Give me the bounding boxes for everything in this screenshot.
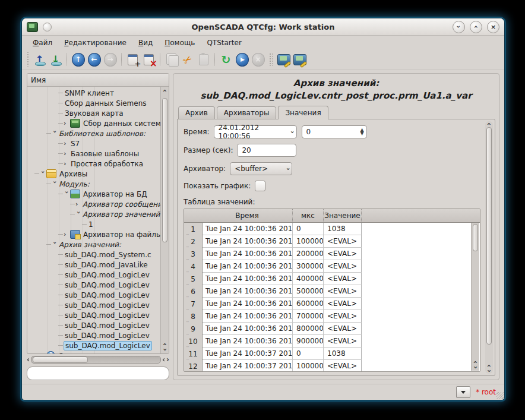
delete-item-button[interactable]: ×: [141, 52, 157, 68]
table-row[interactable]: 10Tue Jan 24 10:00:36 2012900000<EVAL>: [184, 335, 480, 348]
tree-item[interactable]: ›Специальные: [27, 350, 160, 353]
table-row[interactable]: 2Tue Jan 24 10:00:36 2012100000<EVAL>: [184, 235, 480, 248]
menu-item-1[interactable]: Файл: [28, 37, 57, 48]
up-button[interactable]: ↑: [70, 52, 86, 68]
tab-1[interactable]: Архив: [178, 106, 215, 119]
user-select-dropdown[interactable]: [456, 386, 470, 398]
expand-icon[interactable]: ›: [75, 201, 81, 207]
expand-icon[interactable]: ›: [64, 150, 69, 157]
table-row[interactable]: 1Tue Jan 24 10:00:36 201201038: [184, 223, 480, 235]
titlebar[interactable]: OpenSCADA QTCfg: Work station › › ×: [22, 18, 504, 36]
tree-filter-input[interactable]: [27, 367, 169, 380]
table-row[interactable]: 6Tue Jan 24 10:00:36 2012500000<EVAL>: [184, 285, 480, 298]
archiver-label: Архиватор:: [184, 165, 226, 173]
tree-vertical-scrollbar[interactable]: › › ›: [160, 87, 169, 353]
show-graph-checkbox[interactable]: [255, 181, 265, 191]
collapse-icon[interactable]: ›: [52, 181, 58, 187]
tree-item[interactable]: ›Базовые шаблоны: [27, 149, 160, 159]
expand-icon[interactable]: ›: [64, 231, 69, 238]
row-filler: [362, 248, 480, 260]
table-row[interactable]: 12Tue Jan 24 10:00:37 2012100000<EVAL>: [184, 360, 480, 371]
tree-item[interactable]: ›Модуль:: [27, 179, 160, 189]
tree-item[interactable]: ›S7: [27, 138, 160, 149]
collapse-icon[interactable]: ›: [64, 191, 70, 197]
tree-item[interactable]: SNMP клиент: [27, 88, 160, 98]
tree-item[interactable]: sub_DAQ.mod_System.c: [27, 250, 160, 260]
column-header-3[interactable]: Значение: [324, 209, 362, 222]
table-row[interactable]: 11Tue Jan 24 10:00:37 201201038: [184, 348, 480, 360]
tree-item[interactable]: sub_DAQ.mod_LogicLev: [27, 300, 160, 310]
tab-3[interactable]: Значения: [278, 106, 328, 119]
menu-item-2[interactable]: Редактирование: [59, 37, 131, 48]
tree-item[interactable]: sub_DAQ.mod_LogicLev: [27, 270, 160, 280]
tree-item[interactable]: ›Архиватор сообщений: [27, 199, 160, 209]
tree-item[interactable]: sub_DAQ.mod_LogicLev: [27, 290, 160, 300]
save-to-db-button[interactable]: ↓: [48, 52, 64, 68]
load-from-db-button[interactable]: ↑: [31, 52, 48, 68]
resize-grip[interactable]: [496, 392, 504, 399]
tree-item[interactable]: 1: [27, 219, 160, 229]
back-button[interactable]: ←: [86, 52, 102, 68]
table-row[interactable]: 4Tue Jan 24 10:00:36 2012300000<EVAL>: [184, 260, 480, 273]
cut-button[interactable]: ✂: [179, 52, 195, 68]
column-header-1[interactable]: Время: [202, 209, 293, 222]
time-combobox[interactable]: 24.01.2012 10:00:56 ›: [214, 125, 297, 138]
tree-item[interactable]: ›Простая обработка: [27, 159, 160, 169]
spinner-arrows-icon[interactable]: ▲▼: [360, 128, 363, 135]
collapse-icon[interactable]: ›: [40, 171, 46, 177]
expand-icon[interactable]: ›: [64, 120, 69, 127]
start-button[interactable]: ▶: [234, 52, 250, 68]
qtstarter-config-button[interactable]: [276, 52, 292, 68]
add-item-button[interactable]: +: [125, 52, 141, 68]
collapse-icon[interactable]: ›: [75, 211, 82, 217]
tree-branch-line: [58, 335, 63, 336]
tree-item[interactable]: ›Архивы: [27, 169, 160, 179]
close-icon[interactable]: ×: [487, 21, 499, 33]
tree-item[interactable]: Сбор данных Siemens: [27, 98, 160, 108]
tree-item[interactable]: ›Архив значений:: [27, 239, 160, 250]
tree-horizontal-scrollbar[interactable]: › › ›: [27, 356, 169, 364]
tree-item[interactable]: sub_DAQ.mod_LogicLev: [27, 310, 160, 320]
tree-item[interactable]: sub_DAQ.mod_LogicLev: [27, 340, 160, 350]
usec-spinbox[interactable]: 0 ▲▼: [302, 125, 367, 138]
tree-item[interactable]: ›Сбор данных системы: [27, 118, 160, 128]
tree-item[interactable]: ›Архиватор на файлы: [27, 229, 160, 239]
table-row[interactable]: 5Tue Jan 24 10:00:36 2012400000<EVAL>: [184, 273, 480, 285]
expand-icon[interactable]: ›: [64, 140, 69, 147]
toolbar-handle[interactable]: [26, 52, 30, 67]
collapse-icon[interactable]: ›: [52, 131, 58, 137]
tab-2[interactable]: Архиваторы: [217, 106, 277, 119]
menu-item-5[interactable]: QTStarter: [202, 37, 246, 48]
column-header-2[interactable]: мкс: [293, 209, 324, 222]
maximize-icon[interactable]: ›: [470, 21, 482, 33]
tree-item[interactable]: Звуковая карта: [27, 108, 160, 118]
collapse-icon[interactable]: ›: [52, 242, 58, 248]
size-input[interactable]: 20: [237, 144, 296, 157]
tree-item[interactable]: sub_DAQ.mod_LogicLev: [27, 320, 160, 330]
table-cell: 400000: [293, 273, 324, 285]
tree-item[interactable]: ›Библиотека шаблонов:: [27, 128, 160, 138]
panel-vertical-scrollbar[interactable]: › › ›: [485, 121, 493, 374]
table-vertical-scrollbar[interactable]: › ›: [471, 223, 479, 371]
tree-branch-line: [58, 153, 63, 154]
tree-item[interactable]: sub_DAQ.mod_JavaLike: [27, 260, 160, 270]
tree-branch-line: [58, 143, 63, 144]
menu-item-4[interactable]: Помощь: [160, 37, 200, 48]
tree-item[interactable]: sub_DAQ.mod_LogicLev: [27, 330, 160, 340]
qtstarter-tools-button[interactable]: [292, 52, 308, 68]
table-row[interactable]: 7Tue Jan 24 10:00:36 2012600000<EVAL>: [184, 298, 480, 310]
expand-icon[interactable]: ›: [40, 352, 46, 353]
tree-item[interactable]: ›Архиватор значений: [27, 209, 160, 219]
table-row[interactable]: 8Tue Jan 24 10:00:36 2012700000<EVAL>: [184, 310, 480, 323]
expand-icon[interactable]: ›: [64, 160, 69, 167]
table-row[interactable]: 9Tue Jan 24 10:00:36 2012800000<EVAL>: [184, 323, 480, 335]
minimize-icon[interactable]: ›: [453, 21, 465, 33]
table-row[interactable]: 3Tue Jan 24 10:00:36 2012200000<EVAL>: [184, 248, 480, 260]
tree-column-header[interactable]: Имя: [27, 74, 169, 87]
archiver-combobox[interactable]: <buffer> ›: [230, 162, 292, 175]
header-filler: [362, 209, 480, 222]
refresh-button[interactable]: ↻: [218, 52, 234, 68]
menu-item-3[interactable]: Вид: [134, 37, 157, 48]
tree-item[interactable]: ›Архиватор на БД: [27, 189, 160, 199]
tree-item[interactable]: sub_DAQ.mod_LogicLev: [27, 280, 160, 290]
